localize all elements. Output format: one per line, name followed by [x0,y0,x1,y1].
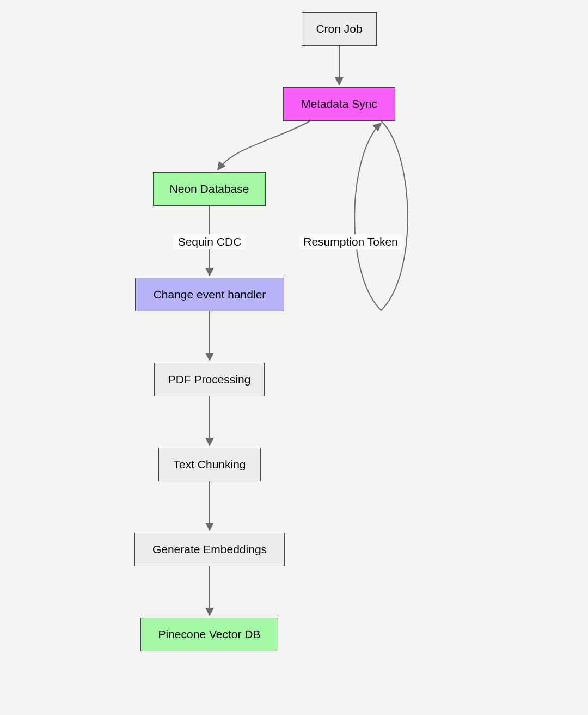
node-pinecone-vector-db: Pinecone Vector DB [140,618,278,651]
node-label: Metadata Sync [301,97,377,111]
edge-label-text: Sequin CDC [178,235,242,248]
node-generate-embeddings: Generate Embeddings [134,533,285,566]
node-neon-database: Neon Database [153,172,266,206]
edge-label-text: Resumption Token [303,235,398,248]
edge-resumption-loop [354,121,408,310]
node-text-chunking: Text Chunking [158,448,261,481]
node-metadata-sync: Metadata Sync [283,87,395,121]
edge-label-resumption-token: Resumption Token [299,234,402,249]
node-pdf-processing: PDF Processing [154,363,265,396]
node-label: Pinecone Vector DB [158,627,261,641]
node-label: Neon Database [170,182,249,196]
node-label: Generate Embeddings [152,542,267,557]
node-label: Change event handler [154,288,266,302]
node-label: PDF Processing [168,372,251,387]
node-change-event-handler: Change event handler [135,278,284,311]
edge-label-sequin-cdc: Sequin CDC [174,234,246,249]
node-cron-job: Cron Job [302,12,377,46]
edge-sync-to-neon [218,121,310,170]
node-label: Cron Job [316,22,362,36]
node-label: Text Chunking [173,457,246,472]
diagram-canvas: Cron Job Metadata Sync Neon Database Cha… [0,0,588,715]
